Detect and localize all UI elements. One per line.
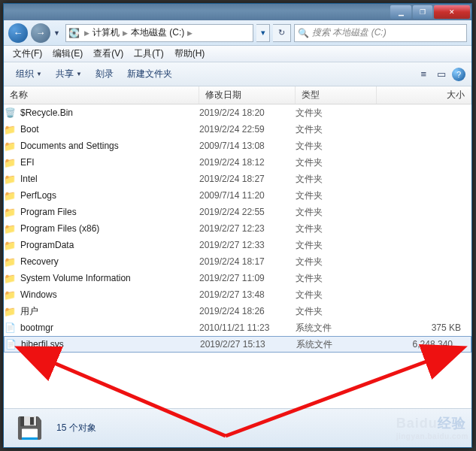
file-date: 2010/11/21 11:23 bbox=[199, 322, 296, 333]
burn-button[interactable]: 刻录 bbox=[89, 65, 120, 83]
file-date: 2019/2/27 12:23 bbox=[199, 223, 296, 234]
file-row[interactable]: hiberfil.sys2019/2/27 15:13系统文件6,248,340… bbox=[4, 336, 471, 353]
file-type: 系统文件 bbox=[296, 338, 377, 351]
header-name[interactable]: 名称 bbox=[4, 86, 199, 104]
file-type: 系统文件 bbox=[296, 322, 377, 334]
folder-icon bbox=[4, 189, 16, 201]
file-row[interactable]: Recovery2019/2/24 18:17文件夹 bbox=[4, 253, 471, 270]
minimize-button[interactable]: ▁ bbox=[390, 5, 411, 19]
file-name: System Volume Information bbox=[20, 273, 131, 283]
file-type: 文件夹 bbox=[296, 140, 377, 153]
share-button[interactable]: 共享▼ bbox=[50, 65, 88, 83]
file-name: Intel bbox=[20, 174, 38, 184]
file-row[interactable]: Program Files2019/2/24 22:55文件夹 bbox=[4, 204, 471, 220]
file-row[interactable]: Windows2019/2/27 13:48文件夹 bbox=[4, 286, 471, 303]
title-bar[interactable]: ▁ ❐ ✕ bbox=[4, 4, 471, 20]
file-date: 2009/7/14 13:08 bbox=[199, 141, 296, 151]
file-row[interactable]: Documents and Settings2009/7/14 13:08文件夹 bbox=[4, 138, 471, 154]
folder-icon bbox=[4, 289, 16, 301]
file-name: Recovery bbox=[20, 256, 59, 267]
close-button[interactable]: ✕ bbox=[434, 5, 470, 19]
refresh-button[interactable]: ↻ bbox=[273, 24, 291, 42]
menu-file[interactable]: 文件(F) bbox=[8, 46, 47, 62]
file-row[interactable]: Program Files (x86)2019/2/27 12:23文件夹 bbox=[4, 220, 471, 237]
view-mode-button[interactable]: ≡ bbox=[416, 68, 431, 80]
file-date: 2019/2/24 22:55 bbox=[199, 207, 296, 217]
file-type: 文件夹 bbox=[296, 239, 377, 252]
folder-icon bbox=[4, 222, 16, 235]
menu-edit[interactable]: 编辑(E) bbox=[48, 46, 87, 62]
header-type[interactable]: 类型 bbox=[296, 86, 377, 104]
header-size[interactable]: 大小 bbox=[377, 86, 471, 104]
drive-status-icon: 💾 bbox=[13, 415, 46, 442]
file-date: 2019/2/27 15:13 bbox=[200, 339, 296, 350]
file-name: PerfLogs bbox=[20, 190, 56, 201]
file-type: 文件夹 bbox=[296, 107, 377, 120]
file-row[interactable]: System Volume Information2019/2/27 11:09… bbox=[4, 270, 471, 286]
back-button[interactable]: ← bbox=[8, 23, 28, 43]
file-type: 文件夹 bbox=[296, 272, 377, 285]
folder-icon bbox=[4, 206, 16, 218]
breadcrumb-sep[interactable]: ▶ bbox=[81, 29, 92, 37]
file-row[interactable]: PerfLogs2009/7/14 11:20文件夹 bbox=[4, 187, 471, 204]
organize-button[interactable]: 组织▼ bbox=[10, 65, 48, 83]
folder-icon bbox=[4, 173, 16, 185]
file-size: 375 KB bbox=[377, 322, 471, 333]
file-date: 2019/2/24 18:20 bbox=[199, 107, 296, 118]
file-row[interactable]: Boot2019/2/24 22:59文件夹 bbox=[4, 121, 471, 138]
new-folder-button[interactable]: 新建文件夹 bbox=[121, 65, 178, 83]
file-list[interactable]: $Recycle.Bin2019/2/24 18:20文件夹Boot2019/2… bbox=[4, 104, 471, 398]
forward-button[interactable]: → bbox=[31, 23, 50, 43]
file-row[interactable]: ProgramData2019/2/27 12:33文件夹 bbox=[4, 237, 471, 253]
folder-icon bbox=[4, 239, 16, 251]
file-type: 文件夹 bbox=[296, 305, 377, 318]
file-type: 文件夹 bbox=[296, 256, 377, 268]
search-icon: 🔍 bbox=[298, 28, 309, 38]
file-row[interactable]: 用户2019/2/24 18:26文件夹 bbox=[4, 303, 471, 319]
menu-view[interactable]: 查看(V) bbox=[89, 46, 128, 62]
search-placeholder: 搜索 本地磁盘 (C:) bbox=[312, 26, 387, 39]
menu-tools[interactable]: 工具(T) bbox=[129, 46, 168, 62]
file-date: 2019/2/24 18:12 bbox=[199, 157, 296, 168]
file-row[interactable]: EFI2019/2/24 18:12文件夹 bbox=[4, 154, 471, 171]
file-row[interactable]: $Recycle.Bin2019/2/24 18:20文件夹 bbox=[4, 104, 471, 121]
watermark: Baidu经验 jingyan.baidu.com bbox=[396, 414, 468, 440]
file-name: Program Files bbox=[20, 207, 77, 217]
file-date: 2019/2/24 18:27 bbox=[199, 174, 296, 184]
menu-help[interactable]: 帮助(H) bbox=[170, 46, 210, 62]
file-name: bootmgr bbox=[20, 322, 53, 333]
nav-bar: ← → ▼ 💽 ▶ 计算机 ▶ 本地磁盘 (C:) ▶ ▾ ↻ 🔍 搜索 本地磁… bbox=[4, 20, 471, 46]
folder-icon bbox=[4, 123, 16, 135]
folder-icon bbox=[4, 256, 16, 268]
address-bar[interactable]: 💽 ▶ 计算机 ▶ 本地磁盘 (C:) ▶ bbox=[65, 24, 253, 42]
file-date: 2009/7/14 11:20 bbox=[199, 190, 296, 201]
file-name: Boot bbox=[20, 124, 39, 135]
breadcrumb-computer[interactable]: 计算机 bbox=[92, 26, 120, 39]
breadcrumb-drive[interactable]: 本地磁盘 (C:) bbox=[131, 26, 184, 39]
status-text: 15 个对象 bbox=[56, 422, 96, 434]
nav-history-dropdown[interactable]: ▼ bbox=[53, 29, 62, 37]
preview-pane-button[interactable]: ▭ bbox=[432, 68, 450, 80]
file-name: EFI bbox=[20, 157, 35, 168]
maximize-button[interactable]: ❐ bbox=[413, 5, 432, 19]
menu-bar: 文件(F) 编辑(E) 查看(V) 工具(T) 帮助(H) bbox=[4, 46, 471, 62]
file-name: Documents and Settings bbox=[20, 141, 119, 151]
search-input[interactable]: 🔍 搜索 本地磁盘 (C:) bbox=[294, 24, 467, 42]
file-date: 2019/2/24 18:17 bbox=[199, 256, 296, 267]
folder-icon bbox=[4, 272, 16, 284]
file-date: 2019/2/24 18:26 bbox=[199, 306, 296, 316]
chevron-down-icon: ▼ bbox=[36, 71, 42, 77]
file-name: Windows bbox=[20, 289, 57, 300]
file-type: 文件夹 bbox=[296, 156, 377, 169]
breadcrumb-sep[interactable]: ▶ bbox=[184, 29, 196, 37]
file-date: 2019/2/24 22:59 bbox=[199, 124, 296, 135]
file-row[interactable]: bootmgr2010/11/21 11:23系统文件375 KB bbox=[4, 319, 471, 336]
help-button[interactable]: ? bbox=[452, 68, 465, 81]
drive-icon: 💽 bbox=[66, 28, 81, 38]
breadcrumb-sep[interactable]: ▶ bbox=[120, 29, 131, 37]
file-date: 2019/2/27 12:33 bbox=[199, 240, 296, 250]
file-row[interactable]: Intel2019/2/24 18:27文件夹 bbox=[4, 171, 471, 187]
header-date[interactable]: 修改日期 bbox=[199, 86, 296, 104]
bin-icon bbox=[4, 107, 16, 119]
address-dropdown[interactable]: ▾ bbox=[256, 24, 270, 42]
